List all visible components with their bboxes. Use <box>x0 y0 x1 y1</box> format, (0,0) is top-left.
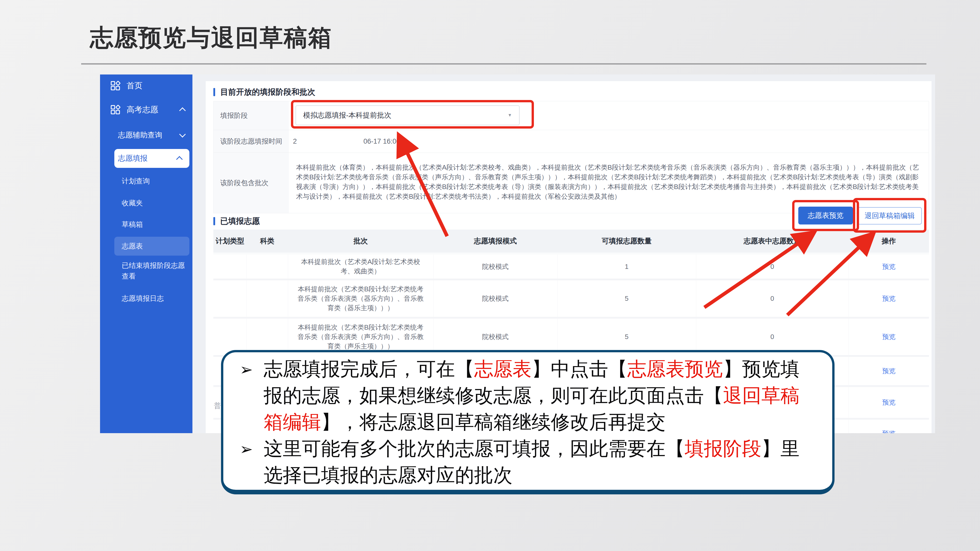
table-cell: 5 <box>557 279 696 318</box>
table-cell <box>213 279 247 318</box>
highlight-box-stage-select <box>291 100 534 129</box>
highlight-box-return-button <box>853 198 926 233</box>
bullet-arrow-icon: ➢ <box>240 436 253 462</box>
preview-link[interactable]: 预览 <box>882 333 896 341</box>
preview-link[interactable]: 预览 <box>882 399 896 406</box>
chevron-down-icon <box>179 131 186 138</box>
callout-bullet: ➢这里可能有多个批次的志愿可填报，因此需要在【填报阶段】里选择已填报的志愿对应的… <box>239 435 818 489</box>
chevron-up-icon <box>176 156 183 162</box>
sidebar-item-label: 志愿表 <box>122 241 143 251</box>
sidebar-item-fill[interactable]: 志愿填报 <box>115 149 189 168</box>
sidebar-item-label: 收藏夹 <box>122 198 143 208</box>
preview-link[interactable]: 预览 <box>882 263 896 270</box>
sidebar-item-label: 草稿箱 <box>122 220 143 229</box>
section-open-stages: 目前开放的填报阶段和批次 <box>213 87 315 97</box>
sidebar-item-home[interactable]: 首页 <box>100 76 192 96</box>
column-header: 可填报志愿数量 <box>557 230 696 254</box>
callout-text: 这里可能有多个批次的志愿可填报，因此需要在【填报阶段】里选择已填报的志愿对应的批… <box>264 438 800 486</box>
sidebar-item-finished-stages[interactable]: 已结束填报阶段志愿查看 <box>100 257 192 287</box>
table-cell-action: 预览 <box>849 279 929 318</box>
column-header: 志愿表中志愿数量 <box>696 230 849 254</box>
sidebar-item-label: 计划查询 <box>122 176 150 186</box>
batches-label: 该阶段包含批次 <box>213 153 289 213</box>
sidebar-item-plan-query[interactable]: 计划查询 <box>100 170 192 192</box>
stage-label: 填报阶段 <box>213 101 289 130</box>
plan-type-fragment: 普 <box>214 401 221 411</box>
sidebar-item-label: 志愿填报 <box>118 153 148 164</box>
sidebar-item-drafts[interactable]: 草稿箱 <box>100 214 192 235</box>
section-title: 已填报志愿 <box>220 216 260 227</box>
highlight-box-preview-button <box>792 200 859 231</box>
title-divider <box>81 63 926 65</box>
page-title: 志愿预览与退回草稿箱 <box>90 22 332 54</box>
table-header-row: 计划类型科类批次志愿填报模式可填报志愿数量志愿表中志愿数量操作 <box>213 230 929 254</box>
table-cell <box>247 279 288 318</box>
table-cell-action: 预览 <box>849 386 929 419</box>
time-label: 该阶段志愿填报时间 <box>213 130 289 152</box>
sidebar-item-favorites[interactable]: 收藏夹 <box>100 192 192 214</box>
table-cell <box>213 254 247 279</box>
table-cell: 院校模式 <box>433 254 557 279</box>
callout-bullet: ➢志愿填报完成后，可在【志愿表】中点击【志愿表预览】预览填报的志愿，如果想继续修… <box>239 356 818 435</box>
table-cell: 本科提前批次（艺术类A段计划:艺术类校考、戏曲类） <box>288 254 433 279</box>
time-value-fragment-left: 2 <box>293 138 297 145</box>
preview-link[interactable]: 预览 <box>882 367 896 375</box>
grid-icon <box>110 81 121 91</box>
sidebar-item-label: 已结束填报阶段志愿查看 <box>122 260 188 282</box>
column-header: 批次 <box>288 230 433 254</box>
sidebar-item-assist-query[interactable]: 志愿辅助查询 <box>100 124 192 147</box>
sidebar-item-fill-log[interactable]: 志愿填报日志 <box>100 287 192 310</box>
batches-value: 本科提前批次（体育类），本科提前批次（艺术类A段计划:艺术类校考、戏曲类），本科… <box>296 162 920 201</box>
sidebar-item-gaokao[interactable]: 高考志愿 <box>100 96 192 124</box>
slide: 志愿预览与退回草稿箱 首页高考志愿志愿辅助查询志愿填报计划查询收藏夹草稿箱志愿表… <box>0 0 980 551</box>
sidebar-item-label: 高考志愿 <box>127 104 158 115</box>
table-cell: 本科提前批次（艺术类B段计划:艺术类统考音乐类（音乐表演类（器乐方向）、音乐教育… <box>288 279 433 318</box>
table-cell: 1 <box>557 254 696 279</box>
section-accent-bar <box>213 217 215 225</box>
column-header: 志愿填报模式 <box>433 230 557 254</box>
section-filled-volunteers: 已填报志愿 <box>213 216 260 227</box>
column-header: 科类 <box>247 230 288 254</box>
sidebar-item-label: 志愿辅助查询 <box>118 130 162 140</box>
column-header: 操作 <box>849 230 929 254</box>
table-cell: 0 <box>696 254 849 279</box>
callout-box: ➢志愿填报完成后，可在【志愿表】中点击【志愿表预览】预览填报的志愿，如果想继续修… <box>221 350 835 494</box>
column-header: 计划类型 <box>213 230 247 254</box>
table-cell-action: 预览 <box>849 318 929 356</box>
sidebar-item-label: 志愿填报日志 <box>122 294 164 303</box>
table-cell-action: 预览 <box>849 419 929 433</box>
table-cell-action: 预览 <box>849 356 929 386</box>
form-row-time: 该阶段志愿填报时间 2 06-17 16:00 <box>213 130 929 153</box>
table-row: 本科提前批次（艺术类A段计划:艺术类校考、戏曲类）院校模式10预览 <box>213 254 929 279</box>
chevron-up-icon <box>179 107 186 114</box>
sidebar-nav: 首页高考志愿志愿辅助查询志愿填报计划查询收藏夹草稿箱志愿表已结束填报阶段志愿查看… <box>100 75 192 433</box>
table-cell: 院校模式 <box>433 279 557 318</box>
sidebar-item-label: 首页 <box>127 80 142 91</box>
grid-icon <box>110 105 121 115</box>
section-title: 目前开放的填报阶段和批次 <box>220 87 315 97</box>
section-accent-bar <box>213 88 215 96</box>
table-cell-action: 预览 <box>849 254 929 279</box>
sidebar-item-volunteer-form[interactable]: 志愿表 <box>115 237 189 256</box>
time-value-fragment-right: 06-17 16:00 <box>363 138 400 145</box>
preview-link[interactable]: 预览 <box>882 295 896 302</box>
table-row: 本科提前批次（艺术类B段计划:艺术类统考音乐类（音乐表演类（器乐方向）、音乐教育… <box>213 279 929 318</box>
table-cell <box>247 254 288 279</box>
preview-link[interactable]: 预览 <box>882 430 896 433</box>
bullet-arrow-icon: ➢ <box>240 356 253 383</box>
callout-text: 志愿填报完成后，可在【志愿表】中点击【志愿表预览】预览填报的志愿，如果想继续修改… <box>264 359 800 433</box>
table-cell: 0 <box>696 279 849 318</box>
